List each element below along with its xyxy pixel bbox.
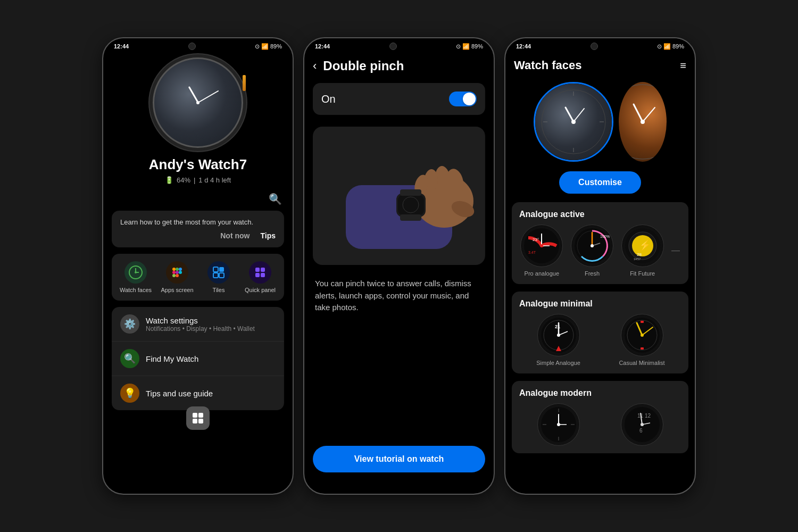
quick-item-apps[interactable]: Apps screen <box>157 261 197 293</box>
camera-notch-2 <box>389 43 397 50</box>
search-button[interactable]: 🔍 <box>269 193 282 205</box>
tip-card: Learn how to get the most from your watc… <box>112 211 284 247</box>
svg-line-42 <box>573 109 584 122</box>
face-item-casual[interactable]: Casual Minimalist <box>603 314 681 366</box>
customise-button[interactable]: Customise <box>559 171 641 194</box>
tip-not-now-button[interactable]: Not now <box>220 231 250 240</box>
watch-faces-title: Watch faces <box>514 59 582 72</box>
svg-rect-19 <box>261 273 265 277</box>
svg-rect-20 <box>193 413 197 418</box>
clock-hands <box>171 76 225 129</box>
wf-preview-selected[interactable] <box>534 82 613 162</box>
watch-faces-preview <box>505 77 695 167</box>
svg-rect-14 <box>213 273 218 278</box>
menu-item-tips[interactable]: 💡 Tips and use guide <box>112 376 284 410</box>
face-item-fresh[interactable]: 100% Fresh <box>570 225 615 277</box>
svg-rect-32 <box>398 195 424 215</box>
bt-icon-3: ⊙ <box>657 43 662 50</box>
svg-rect-13 <box>219 267 224 272</box>
analogue-modern-grid: 11 12 6 <box>519 403 681 446</box>
phones-container: 12:44 ⊙ 📶 89% Andy's Watch7 <box>102 37 696 495</box>
minute-hand <box>198 90 219 103</box>
wifi-icon-3: 📶 <box>663 43 671 50</box>
tip-text: Learn how to get the most from your watc… <box>120 218 276 226</box>
tips-content: Tips and use guide <box>146 389 276 398</box>
quick-label-tiles: Tiles <box>213 287 225 293</box>
find-content: Find My Watch <box>146 354 276 363</box>
tips-icon: 💡 <box>120 384 139 403</box>
svg-point-5 <box>176 268 179 271</box>
filter-icon[interactable]: ≡ <box>680 60 686 72</box>
quick-item-tiles[interactable]: Tiles <box>199 261 238 293</box>
find-title: Find My Watch <box>146 354 276 363</box>
svg-rect-79 <box>641 321 644 323</box>
back-button[interactable]: ‹ <box>313 59 317 73</box>
svg-text:28: 28 <box>637 252 642 257</box>
simple-label: Simple Analogue <box>536 360 580 366</box>
gesture-description: You can pinch twice to answer calls, dis… <box>315 278 483 314</box>
floating-apps-icon <box>186 406 210 430</box>
camera-notch-3 <box>591 43 598 50</box>
battery-1: 89% <box>270 43 282 49</box>
fresh-thumb: 100% <box>571 225 613 267</box>
svg-rect-21 <box>198 413 203 418</box>
gesture-image <box>313 127 485 265</box>
quick-grid: Watch faces <box>112 254 284 301</box>
bt-icon-1: ⊙ <box>255 43 260 50</box>
tutorial-button[interactable]: View tutorial on watch <box>313 446 485 472</box>
toggle-label: On <box>321 93 336 105</box>
settings-icon: ⚙️ <box>120 314 139 334</box>
analogue-minimal-section: Analogue minimal 21 <box>512 292 688 373</box>
face-item-modern-1[interactable] <box>519 403 597 446</box>
svg-point-87 <box>557 423 560 426</box>
toggle-switch[interactable] <box>449 92 477 106</box>
face-item-pro-analogue[interactable]: 23° 3.4T Pro analogue <box>519 225 564 277</box>
face-item-simple[interactable]: 21 Simple Analogue <box>519 314 597 366</box>
menu-item-find[interactable]: 🔍 Find My Watch <box>112 342 284 376</box>
svg-line-46 <box>643 107 655 122</box>
quick-item-watch-faces[interactable]: Watch faces <box>116 261 155 293</box>
status-bar-1: 12:44 ⊙ 📶 89% <box>103 38 293 52</box>
camera-notch-1 <box>188 43 196 50</box>
svg-point-58 <box>591 244 594 247</box>
svg-point-93 <box>641 423 644 426</box>
face-item-modern-2[interactable]: 11 12 6 <box>603 403 681 446</box>
svg-rect-23 <box>198 419 203 423</box>
analogue-minimal-title: Analogue minimal <box>519 299 681 309</box>
svg-text:⚡: ⚡ <box>639 239 651 251</box>
menu-item-settings[interactable]: ⚙️ Watch settings Notifications • Displa… <box>112 307 284 342</box>
phone-2: 12:44 ⊙ 📶 89% ‹ Double pinch On <box>303 37 495 495</box>
wifi-icon-2: 📶 <box>462 43 470 50</box>
casual-label: Casual Minimalist <box>619 360 664 366</box>
status-bar-2: 12:44 ⊙ 📶 89% <box>304 38 494 52</box>
svg-text:6: 6 <box>639 428 643 434</box>
svg-line-41 <box>566 107 573 122</box>
svg-line-45 <box>634 104 643 122</box>
wf-preview-partial[interactable] <box>619 82 667 162</box>
phone-1: 12:44 ⊙ 📶 89% Andy's Watch7 <box>102 37 294 495</box>
face-item-fit-future[interactable]: ⚡ 28 3457 Fit Future <box>620 225 665 277</box>
quick-label-watch-faces: Watch faces <box>120 287 152 293</box>
svg-point-11 <box>176 274 179 277</box>
battery-2: 89% <box>471 43 483 49</box>
tips-title: Tips and use guide <box>146 389 276 398</box>
svg-text:11 12: 11 12 <box>637 413 651 419</box>
casual-thumb <box>621 314 663 356</box>
battery-pct: 64% <box>177 176 190 184</box>
phone-1-screen: 12:44 ⊙ 📶 89% Andy's Watch7 <box>103 38 293 494</box>
tip-tips-button[interactable]: Tips <box>260 231 276 240</box>
wf-bg-1 <box>535 84 612 160</box>
p2-title: Double pinch <box>323 59 404 73</box>
watch-center-dot <box>196 101 200 104</box>
status-time-2: 12:44 <box>315 43 330 49</box>
svg-rect-78 <box>641 347 644 350</box>
status-icons-3: ⊙ 📶 89% <box>657 43 684 50</box>
quick-item-panel[interactable]: Quick panel <box>240 261 280 293</box>
modern-2-thumb: 11 12 6 <box>621 403 663 446</box>
analogue-active-grid: 23° 3.4T Pro analogue <box>519 225 681 277</box>
svg-text:21: 21 <box>555 324 560 329</box>
battery-sep: | <box>194 176 195 184</box>
svg-text:23°: 23° <box>533 237 539 242</box>
p2-header: ‹ Double pinch <box>304 52 494 78</box>
svg-rect-16 <box>255 268 260 272</box>
